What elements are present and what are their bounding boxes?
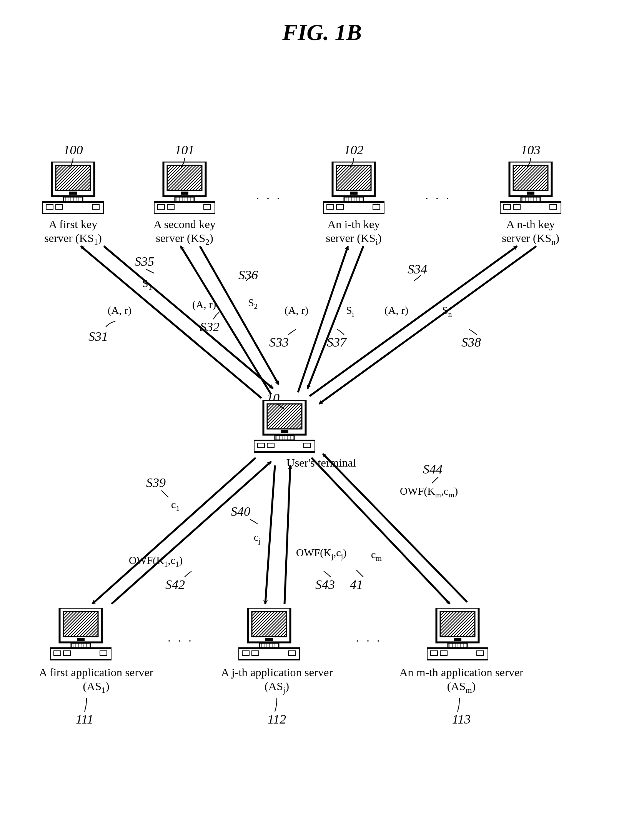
- step-s33: S33: [269, 335, 289, 350]
- arrows-layer: [0, 0, 644, 837]
- svg-line-27: [323, 454, 467, 602]
- step-s34: S34: [408, 262, 427, 277]
- step-s41: 41: [350, 577, 363, 593]
- step-s32: S32: [200, 319, 220, 335]
- msg-s32: (A, r): [192, 298, 216, 311]
- msg-s33: (A, r): [285, 304, 308, 317]
- msg-s35: S1: [142, 277, 152, 292]
- step-s43: S43: [315, 577, 335, 593]
- svg-line-17: [200, 246, 279, 385]
- svg-line-24: [265, 465, 275, 604]
- msg-s38: Sn: [442, 304, 452, 318]
- svg-line-25: [285, 465, 290, 604]
- step-s31: S31: [88, 329, 108, 345]
- figure-page: FIG. 1B: [0, 0, 644, 837]
- step-s40: S40: [231, 504, 250, 520]
- step-s44: S44: [423, 462, 443, 477]
- step-s37: S37: [327, 335, 346, 350]
- msg-s44: OWF(Km,cm): [400, 485, 458, 499]
- svg-line-23: [111, 462, 271, 604]
- svg-line-19: [308, 246, 363, 388]
- msg-s42: OWF(K1,c1): [129, 554, 183, 569]
- msg-s43: OWF(Kj,cj): [296, 546, 346, 561]
- msg-s39: c1: [171, 498, 180, 513]
- msg-s31: (A, r): [108, 304, 131, 317]
- step-s36: S36: [238, 267, 258, 283]
- msg-s36: S2: [248, 296, 258, 311]
- step-s39: S39: [146, 475, 166, 491]
- msg-s34: (A, r): [384, 304, 408, 317]
- step-s42: S42: [165, 577, 185, 593]
- svg-line-21: [319, 246, 536, 404]
- step-s35: S35: [135, 254, 154, 270]
- msg-s41: cm: [371, 548, 382, 563]
- svg-line-14: [81, 246, 261, 398]
- msg-s37: Si: [346, 304, 354, 318]
- svg-line-18: [298, 246, 348, 392]
- step-s38: S38: [461, 335, 481, 350]
- msg-s40: cj: [254, 531, 261, 545]
